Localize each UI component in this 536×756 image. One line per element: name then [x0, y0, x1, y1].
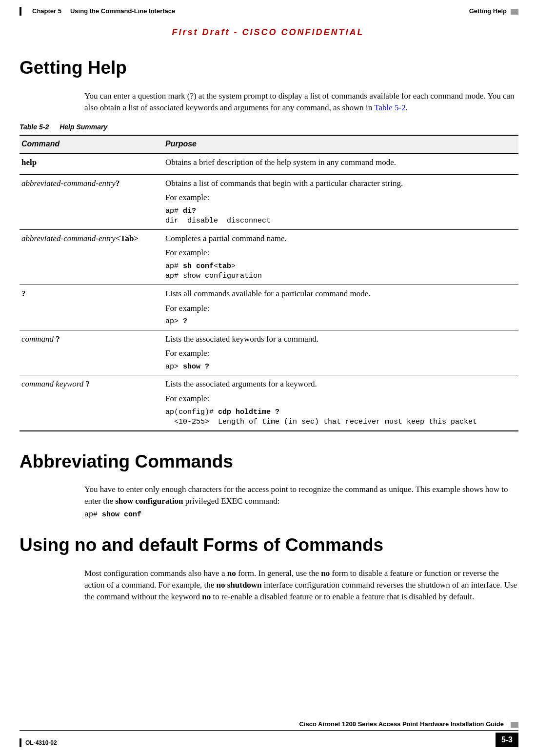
purpose-cell: Lists all commands available for a parti…: [163, 285, 518, 330]
nd-b1: no: [227, 569, 236, 578]
footer-corner-icon: [511, 722, 518, 728]
code-example: ap# di? dir disable disconnect: [165, 206, 515, 226]
intro-text-2: .: [406, 103, 408, 112]
heading-no-default: Using no and default Forms of Commands: [20, 532, 518, 558]
code-bold: ?: [183, 317, 187, 326]
classification-banner: First Draft - CISCO CONFIDENTIAL: [0, 26, 536, 39]
example-label: For example:: [165, 347, 515, 359]
abbr-code-prefix: ap#: [84, 511, 102, 519]
code-example: ap> ?: [165, 317, 515, 327]
code-bold: sh conf: [183, 262, 214, 270]
purpose-text: Lists all commands available for a parti…: [165, 288, 515, 300]
abbr-paragraph: You have to enter only enough characters…: [84, 484, 518, 507]
cmd-cell: help: [20, 153, 163, 174]
code-prefix: ap#: [165, 207, 183, 215]
table-row: command keyword ? Lists the associated a…: [20, 375, 518, 431]
code-bold: show ?: [183, 363, 209, 371]
chapter-label: Chapter 5: [32, 7, 61, 16]
table-row: abbreviated-command-entry? Obtains a lis…: [20, 174, 518, 229]
cmd-bold: ?: [83, 379, 90, 388]
intro-text-1: You can enter a question mark (?) at the…: [84, 91, 515, 112]
nd-b4: no: [202, 592, 211, 601]
abbreviating-body: You have to enter only enough characters…: [84, 484, 518, 520]
nodefault-paragraph: Most configuration commands also have a …: [84, 568, 518, 602]
chapter-bar-icon: [20, 7, 21, 16]
purpose-cell: Completes a partial command name. For ex…: [163, 229, 518, 285]
table-row: command ? Lists the associated keywords …: [20, 330, 518, 375]
code-sfx1: <: [214, 262, 218, 270]
purpose-cell: Obtains a list of commands that begin wi…: [163, 174, 518, 229]
code-example: ap(config)# cdp holdtime ? <10-255> Leng…: [165, 408, 515, 428]
cmd-text: help: [21, 158, 37, 167]
table-row: abbreviated-command-entry<Tab> Completes…: [20, 229, 518, 285]
abbr-text-2: privileged EXEC command:: [183, 496, 280, 506]
cmd-cell: abbreviated-command-entry<Tab>: [20, 229, 163, 285]
purpose-text: Lists the associated keywords for a comm…: [165, 333, 515, 345]
footer-doc-id: OL-4310-02: [25, 739, 57, 747]
nd-t2: form. In general, use the: [236, 569, 321, 578]
table-row: ? Lists all commands available for a par…: [20, 285, 518, 330]
footer-bar-icon: [20, 738, 21, 747]
table-header-row: Command Purpose: [20, 135, 518, 153]
purpose-cell: Lists the associated keywords for a comm…: [163, 330, 518, 375]
nd-b2: no: [321, 569, 330, 578]
heading-getting-help: Getting Help: [20, 55, 518, 81]
example-label: For example:: [165, 192, 515, 204]
code-output: ap# show configuration: [165, 272, 262, 280]
purpose-text: Obtains a list of commands that begin wi…: [165, 178, 515, 189]
footer-doc-title: Cisco Aironet 1200 Series Access Point H…: [299, 720, 504, 729]
code-prefix: ap#: [165, 262, 183, 270]
purpose-cell: Obtains a brief description of the help …: [163, 153, 518, 174]
page-header: Chapter 5 Using the Command-Line Interfa…: [0, 0, 536, 18]
intro-paragraph: You can enter a question mark (?) at the…: [84, 90, 518, 114]
code-sfx-bold: tab: [218, 262, 231, 270]
example-label: For example:: [165, 303, 515, 314]
table-caption: Table 5-2 Help Summary: [20, 123, 518, 132]
code-bold: cdp holdtime ?: [218, 408, 279, 416]
code-example: ap> show ?: [165, 362, 515, 372]
cmd-cell: ?: [20, 285, 163, 330]
cmd-bold: ?: [54, 334, 60, 344]
page-number: 5-3: [496, 733, 518, 747]
cmd-bold: ?: [116, 179, 120, 188]
col-header-command: Command: [20, 135, 163, 153]
cmd-italic: command: [21, 334, 54, 344]
table-number: Table 5-2: [20, 123, 49, 132]
example-label: For example:: [165, 393, 515, 405]
intro-table-ref: Table 5-2: [374, 103, 405, 112]
cmd-cell: command keyword ?: [20, 375, 163, 431]
cmd-bold: <Tab>: [116, 234, 139, 243]
nd-b3: no shutdown: [217, 580, 262, 590]
section-label: Getting Help: [469, 7, 507, 16]
footer-divider: [20, 730, 518, 731]
heading-abbreviating: Abbreviating Commands: [20, 449, 518, 474]
page-footer: Cisco Aironet 1200 Series Access Point H…: [20, 720, 518, 747]
cmd-text: ?: [21, 289, 26, 298]
header-left: Chapter 5 Using the Command-Line Interfa…: [20, 7, 175, 16]
code-prefix: ap(config)#: [165, 408, 218, 416]
abbr-text-bold: show configuration: [115, 496, 183, 506]
example-label: For example:: [165, 247, 515, 259]
help-summary-table: Command Purpose help Obtains a brief des…: [20, 135, 518, 431]
abbr-code: ap# show conf: [84, 510, 518, 520]
nd-t1: Most configuration commands also have a: [84, 569, 227, 578]
header-end-icon: [511, 9, 518, 15]
code-prefix: ap>: [165, 317, 183, 326]
header-right: Getting Help: [469, 7, 518, 16]
purpose-cell: Lists the associated arguments for a key…: [163, 375, 518, 431]
cmd-italic: abbreviated-command-entry: [21, 234, 116, 243]
code-output: dir disable disconnect: [165, 217, 271, 225]
code-sfx2: >: [231, 262, 236, 270]
code-output: <10-255> Length of time (in sec) that re…: [165, 418, 477, 426]
nd-t5: to re-enable a disabled feature or to en…: [211, 592, 474, 601]
cmd-italic: abbreviated-command-entry: [21, 179, 116, 188]
abbr-code-bold: show conf: [102, 511, 141, 519]
table-row: help Obtains a brief description of the …: [20, 153, 518, 174]
purpose-text: Obtains a brief description of the help …: [165, 157, 515, 168]
purpose-text: Completes a partial command name.: [165, 233, 515, 245]
col-header-purpose: Purpose: [163, 135, 518, 153]
cmd-cell: command ?: [20, 330, 163, 375]
code-example: ap# sh conf<tab> ap# show configuration: [165, 262, 515, 282]
table-title: Help Summary: [60, 123, 107, 132]
chapter-title: Using the Command-Line Interface: [70, 7, 175, 16]
